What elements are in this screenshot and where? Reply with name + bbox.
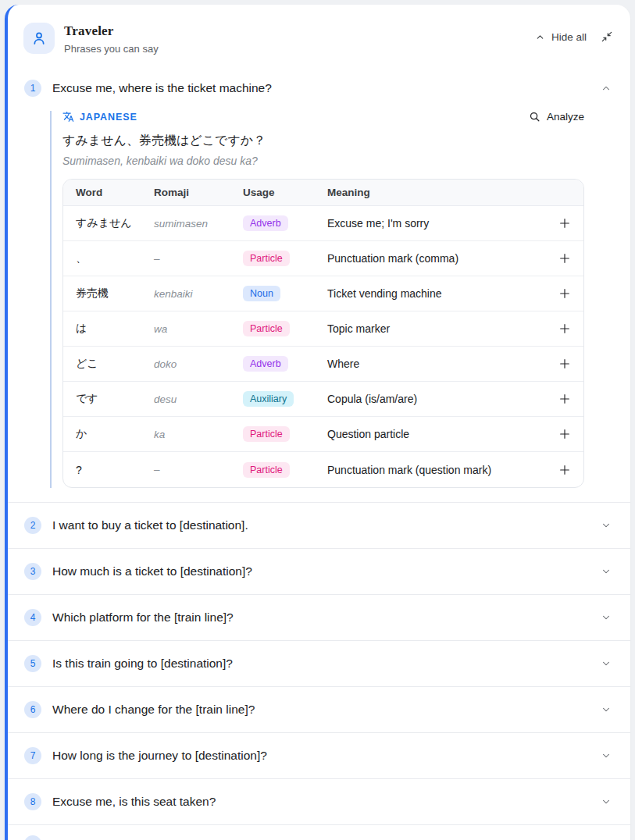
plus-icon [558,464,571,476]
table-body: すみません sumimasen Adverb Excuse me; I'm so… [63,206,583,487]
expand-phrase-button[interactable] [601,796,612,807]
phrases-card: Traveler Phrases you can say Hide all 1 … [5,5,630,840]
add-word-button[interactable] [558,428,571,440]
phrase-number: 8 [24,793,41,810]
meaning-cell: Excuse me; I'm sorry [327,217,549,230]
phrase-row-partial[interactable] [8,825,630,840]
col-header-word: Word [76,187,154,198]
language-label-wrap: JAPANESE [62,111,137,123]
add-word-button[interactable] [558,393,571,405]
word-cell: どこ [76,357,154,371]
add-word-button[interactable] [558,252,571,265]
plus-icon [558,322,571,335]
phrase-question: Is this train going to [destination]? [52,657,233,671]
plus-icon [558,358,571,370]
romaji-sentence: Sumimasen, kenbaiki wa doko desu ka? [62,155,584,167]
usage-badge: Particle [243,426,290,442]
meaning-cell: Punctuation mark (comma) [327,252,549,265]
plus-icon [558,252,571,265]
add-word-button[interactable] [558,322,571,335]
hide-all-label: Hide all [551,31,587,43]
header-text: Traveler Phrases you can say [64,23,159,55]
phrase-row-collapsed[interactable]: 7 How long is the journey to [destinatio… [8,733,630,778]
expand-phrase-button[interactable] [601,658,612,669]
search-icon [529,111,540,123]
phrase-question: Where do I change for the [train line]? [52,703,255,717]
meaning-cell: Ticket vending machine [327,287,549,300]
phrase-number: 5 [24,655,41,672]
table-row: 券売機 kenbaiki Noun Ticket vending machine [63,276,583,311]
add-word-button[interactable] [558,464,571,476]
phrase-row-collapsed[interactable]: 8 Excuse me, is this seat taken? [8,779,630,824]
avatar [23,23,55,54]
chevron-down-icon [601,612,612,623]
romaji-cell: – [154,253,243,265]
word-cell: か [76,427,154,441]
word-cell: ? [76,464,154,476]
collapse-icon [601,30,613,43]
chevron-up-icon [601,83,612,94]
usage-badge: Adverb [243,356,288,372]
analyze-button[interactable]: Analyze [529,111,584,123]
header-actions: Hide all [535,23,613,43]
table-header-row: Word Romaji Usage Meaning [63,180,583,206]
word-cell: は [76,322,154,336]
hide-all-button[interactable]: Hide all [535,31,587,43]
chevron-down-icon [601,750,612,761]
chevron-down-icon [601,796,612,807]
romaji-cell: desu [154,393,243,405]
plus-icon [558,287,571,300]
phrase-number: 2 [24,517,41,534]
translate-icon [62,111,74,123]
card-header: Traveler Phrases you can say Hide all [8,5,630,55]
romaji-cell: – [154,464,243,475]
meaning-cell: Copula (is/am/are) [327,393,549,405]
word-cell: 、 [76,251,154,265]
page-title: Traveler [64,23,159,39]
table-row: です desu Auxiliary Copula (is/am/are) [63,382,583,417]
meaning-cell: Where [327,358,549,370]
language-label: JAPANESE [80,112,137,123]
add-word-button[interactable] [558,358,571,370]
phrase-row-collapsed[interactable]: 3 How much is a ticket to [destination]? [8,549,630,594]
add-word-button[interactable] [558,217,571,230]
expand-phrase-button[interactable] [601,520,612,531]
phrase-question: I want to buy a ticket to [destination]. [52,518,248,532]
table-row: どこ doko Adverb Where [63,347,583,382]
phrase-number: 6 [24,701,41,718]
collapse-phrase-button[interactable] [601,83,612,94]
phrase-question: How long is the journey to [destination]… [52,749,267,763]
romaji-cell: doko [154,358,243,370]
expand-phrase-button[interactable] [601,704,612,715]
expand-phrase-button[interactable] [601,566,612,577]
romaji-cell: kenbaiki [154,288,243,300]
phrase-row-expanded[interactable]: 1 Excuse me, where is the ticket machine… [8,72,630,105]
phrase-number: 3 [24,563,41,580]
romaji-cell: wa [154,323,243,335]
page-subtitle: Phrases you can say [64,43,159,55]
table-row: すみません sumimasen Adverb Excuse me; I'm so… [63,206,583,241]
phrase-question: How much is a ticket to [destination]? [52,564,252,578]
word-analysis-table: Word Romaji Usage Meaning すみません sumimase… [62,179,584,488]
expand-phrase-button[interactable] [601,612,612,623]
expand-phrase-button[interactable] [601,750,612,761]
add-word-button[interactable] [558,287,571,300]
phrase-row-collapsed[interactable]: 5 Is this train going to [destination]? [8,641,630,686]
word-cell: すみません [76,216,154,230]
table-row: ? – Particle Punctuation mark (question … [63,452,583,487]
collapse-panel-button[interactable] [601,30,613,43]
phrase-row-collapsed[interactable]: 6 Where do I change for the [train line]… [8,687,630,732]
phrase-row-collapsed[interactable]: 2 I want to buy a ticket to [destination… [8,503,630,548]
person-icon [30,30,48,47]
table-row: は wa Particle Topic marker [63,311,583,347]
phrase-row-collapsed[interactable]: 4 Which platform for the [train line]? [8,595,630,640]
meaning-cell: Question particle [327,428,549,440]
col-header-meaning: Meaning [327,187,549,198]
plus-icon [558,428,571,440]
chevron-down-icon [601,566,612,577]
phrase-question: Which platform for the [train line]? [52,610,234,625]
phrase-number [24,835,41,840]
usage-badge: Particle [243,462,290,478]
meaning-cell: Punctuation mark (question mark) [327,464,549,476]
japanese-sentence: すみません、券売機はどこですか？ [62,133,584,149]
